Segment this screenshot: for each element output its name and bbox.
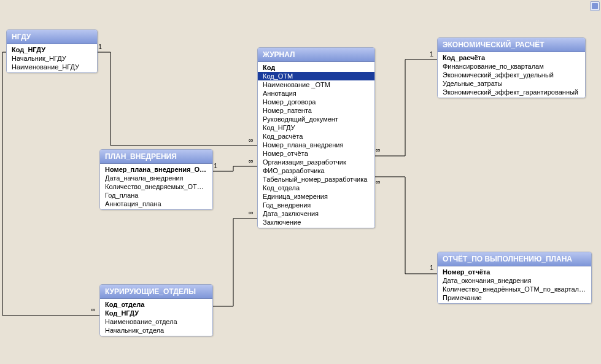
field[interactable]: Наименование_НГДУ xyxy=(7,63,97,71)
entity-title[interactable]: ЭКОНОМИЧЕСКИЙ_РАСЧЁТ xyxy=(438,38,585,52)
entity-title[interactable]: ЖУРНАЛ xyxy=(258,48,374,62)
field[interactable]: Начальник_НГДУ xyxy=(7,54,97,63)
format-icon xyxy=(590,1,600,11)
field[interactable]: Код_расчёта xyxy=(258,132,374,141)
field[interactable]: Финансирование_по_кварталам xyxy=(438,62,585,71)
field[interactable]: Номер_отчёта xyxy=(258,149,374,158)
field-pk[interactable]: Код_НГДУ xyxy=(100,309,212,317)
field[interactable]: Удельные_затраты xyxy=(438,79,585,88)
field[interactable]: Наименование _ОТМ xyxy=(258,80,374,89)
field[interactable]: Количество_внедряемых_ОТМ_по_кв xyxy=(100,182,212,191)
cardinality-one: 1 xyxy=(214,162,217,169)
entity-title[interactable]: ОТЧЁТ_ПО ВЫПОЛНЕНИЮ_ПЛАНА xyxy=(438,252,591,266)
field-pk[interactable]: Код_отдела xyxy=(100,300,212,309)
entity-body: Код Код_ОТМ Наименование _ОТМ Аннотация … xyxy=(258,62,374,228)
cardinality-one: 1 xyxy=(430,50,433,58)
field-pk[interactable]: Код xyxy=(258,63,374,72)
field[interactable]: Год_плана xyxy=(100,191,212,199)
field-pk[interactable]: Номер_плана_внедрения_ОТМ xyxy=(100,165,212,174)
field[interactable]: Единица_измерения xyxy=(258,192,374,201)
field[interactable]: Экономический_эффект_гарантированный xyxy=(438,88,585,96)
entity-plan[interactable]: ПЛАН_ВНЕДРЕНИЯ Номер_плана_внедрения_ОТМ… xyxy=(99,149,213,210)
field[interactable]: Начальник_отдела xyxy=(100,326,212,335)
field[interactable]: Количество_внедрённых_ОТМ_по_кварталам xyxy=(438,285,591,293)
field[interactable]: Наименование_отдела xyxy=(100,317,212,326)
cardinality-infinity: ∞ xyxy=(249,136,254,144)
cardinality-one: 1 xyxy=(430,264,433,271)
field[interactable]: Экономический_эффект_удельный xyxy=(438,71,585,79)
cardinality-one: 1 xyxy=(98,43,102,50)
entity-ngdu[interactable]: НГДУ Код_НГДУ Начальник_НГДУ Наименовани… xyxy=(6,29,98,73)
field[interactable]: Год_внедрения xyxy=(258,201,374,209)
cardinality-infinity: ∞ xyxy=(91,306,96,313)
entity-body: Код_расчёта Финансирование_по_кварталам … xyxy=(438,52,585,98)
field-pk[interactable]: Код_расчёта xyxy=(438,53,585,62)
entity-body: Номер_отчёта Дата_окончания_внедрения Ко… xyxy=(438,266,591,303)
entity-dept[interactable]: КУРИРУЮЩИЕ_ОТДЕЛЫ Код_отдела Код_НГДУ На… xyxy=(99,284,213,336)
entity-body: Номер_плана_внедрения_ОТМ Дата_начала_вн… xyxy=(100,164,212,209)
field[interactable]: Заключение xyxy=(258,218,374,227)
field[interactable]: Аннотация_плана xyxy=(100,199,212,208)
cardinality-infinity: ∞ xyxy=(376,146,381,153)
field[interactable]: Номер_договора xyxy=(258,98,374,106)
entity-journal[interactable]: ЖУРНАЛ Код Код_ОТМ Наименование _ОТМ Анн… xyxy=(257,47,375,228)
entity-econ[interactable]: ЭКОНОМИЧЕСКИЙ_РАСЧЁТ Код_расчёта Финанси… xyxy=(437,37,586,98)
entity-body: Код_НГДУ Начальник_НГДУ Наименование_НГД… xyxy=(7,44,97,72)
field[interactable]: Код_отдела xyxy=(258,184,374,192)
field[interactable]: Примечание xyxy=(438,293,591,302)
cardinality-infinity: ∞ xyxy=(249,209,254,216)
field[interactable]: Код_НГДУ xyxy=(258,123,374,132)
field[interactable]: Аннотация xyxy=(258,89,374,98)
field[interactable]: Табельный_номер_разработчика xyxy=(258,175,374,184)
field-selected[interactable]: Код_ОТМ xyxy=(258,72,374,80)
field[interactable]: Дата_окончания_внедрения xyxy=(438,276,591,285)
field[interactable]: Номер_патента xyxy=(258,106,374,115)
field-pk[interactable]: Код_НГДУ xyxy=(7,45,97,54)
field-pk[interactable]: Номер_отчёта xyxy=(438,268,591,276)
entity-report[interactable]: ОТЧЁТ_ПО ВЫПОЛНЕНИЮ_ПЛАНА Номер_отчёта Д… xyxy=(437,252,592,304)
cardinality-infinity: ∞ xyxy=(376,178,381,185)
field[interactable]: ФИО_разработчика xyxy=(258,166,374,175)
field[interactable]: Номер_плана_внедрения xyxy=(258,141,374,149)
entity-title[interactable]: КУРИРУЮЩИЕ_ОТДЕЛЫ xyxy=(100,285,212,299)
entity-title[interactable]: ПЛАН_ВНЕДРЕНИЯ xyxy=(100,150,212,164)
entity-body: Код_отдела Код_НГДУ Наименование_отдела … xyxy=(100,299,212,336)
field[interactable]: Дата_заключения xyxy=(258,209,374,218)
field[interactable]: Руководящий_документ xyxy=(258,115,374,123)
field[interactable]: Организация_разработчик xyxy=(258,158,374,166)
entity-title[interactable]: НГДУ xyxy=(7,30,97,44)
field[interactable]: Дата_начала_внедрения xyxy=(100,174,212,182)
cardinality-infinity: ∞ xyxy=(249,157,254,165)
